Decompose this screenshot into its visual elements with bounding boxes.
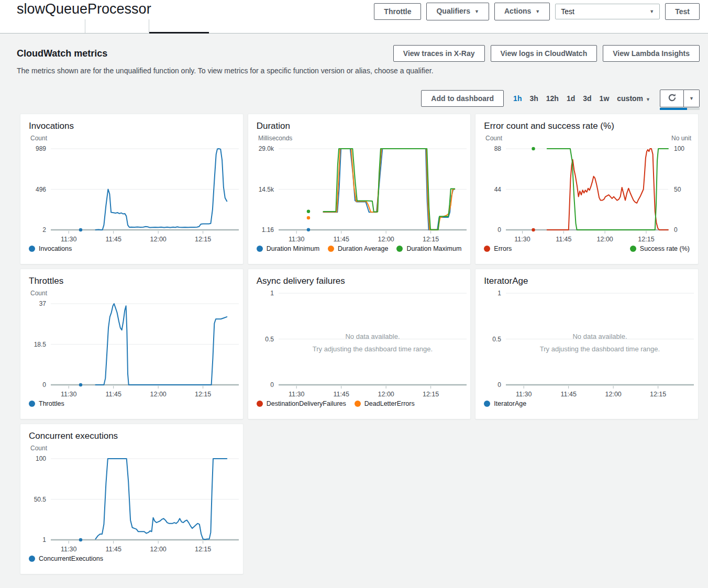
svg-text:100: 100 xyxy=(36,455,46,462)
legend-item-duration-maximum[interactable]: Duration Maximum xyxy=(396,245,461,252)
chart-plot-throttles[interactable]: Count3718.5011:3011:4512:0012:15 xyxy=(20,287,243,400)
view-lambda-insights-button[interactable]: View Lambda Insights xyxy=(603,45,700,62)
svg-text:0: 0 xyxy=(498,381,502,389)
tab-1[interactable] xyxy=(17,19,85,33)
function-header: slowQueueProcessor Throttle Qualifiers▼ … xyxy=(0,0,708,34)
metric-card-iterator-age: IteratorAge10.5011:3011:4512:0012:15No d… xyxy=(475,269,699,419)
test-button[interactable]: Test xyxy=(665,3,700,20)
svg-text:12:00: 12:00 xyxy=(150,391,167,398)
chart-plot-invocations[interactable]: Count989496211:3011:4512:0012:15 xyxy=(20,132,243,245)
caret-down-icon: ▼ xyxy=(689,96,694,101)
view-traces-xray-button[interactable]: View traces in X-Ray xyxy=(393,45,485,62)
legend-item-iteratorage[interactable]: IteratorAge xyxy=(484,400,526,407)
caret-down-icon: ▼ xyxy=(649,9,654,14)
chart-legend-iterator-age: IteratorAge xyxy=(475,400,698,407)
legend-dot-icon xyxy=(257,401,263,407)
metric-card-throttles: ThrottlesCount3718.5011:3011:4512:0012:1… xyxy=(20,269,244,419)
chart-plot-iterator-age[interactable]: 10.5011:3011:4512:0012:15No data availab… xyxy=(475,287,698,400)
legend-label: Invocations xyxy=(39,245,72,252)
caret-down-icon: ▼ xyxy=(646,97,650,102)
svg-text:12:00: 12:00 xyxy=(605,391,622,398)
caret-down-icon: ▼ xyxy=(474,9,479,14)
svg-text:0: 0 xyxy=(498,226,502,234)
refresh-group: ▼ xyxy=(660,90,700,107)
svg-text:0: 0 xyxy=(674,226,678,234)
actions-button[interactable]: Actions▼ xyxy=(494,3,550,20)
svg-text:50.5: 50.5 xyxy=(34,496,47,503)
page-title: slowQueueProcessor xyxy=(17,1,151,17)
chart-title-duration: Duration xyxy=(248,114,471,132)
svg-text:12:00: 12:00 xyxy=(150,236,167,243)
chart-plot-duration[interactable]: Milliseconds29.0k14.5k1.1611:3011:4512:0… xyxy=(248,132,471,245)
svg-text:Count: Count xyxy=(30,135,48,142)
chart-title-iterator-age: IteratorAge xyxy=(475,269,698,287)
legend-dot-icon xyxy=(29,246,35,252)
add-to-dashboard-button[interactable]: Add to dashboard xyxy=(421,90,504,107)
legend-label: Duration Maximum xyxy=(406,245,461,252)
time-range-3d[interactable]: 3d xyxy=(583,94,591,103)
view-logs-cloudwatch-button[interactable]: View logs in CloudWatch xyxy=(491,45,598,62)
svg-text:Count: Count xyxy=(485,135,503,142)
chart-plot-concurrent-executions[interactable]: Count10050.5111:3011:4512:0012:15 xyxy=(20,442,243,554)
svg-text:1: 1 xyxy=(498,290,502,297)
svg-text:0.5: 0.5 xyxy=(493,336,502,343)
refresh-button[interactable] xyxy=(660,90,684,107)
qualifiers-label: Qualifiers xyxy=(436,7,470,15)
svg-text:11:30: 11:30 xyxy=(61,546,76,553)
caret-down-icon: ▼ xyxy=(535,9,540,14)
time-range-3h[interactable]: 3h xyxy=(529,94,538,103)
metrics-section-header: CloudWatch metrics The metrics shown are… xyxy=(0,34,708,75)
metrics-action-buttons: View traces in X-Ray View logs in CloudW… xyxy=(393,45,700,62)
legend-item-duration-minimum[interactable]: Duration Minimum xyxy=(257,245,319,252)
dashboard-controls: Add to dashboard 1h3h12h1d3d1wcustom▼ ▼ xyxy=(0,75,708,114)
refresh-options-button[interactable]: ▼ xyxy=(684,90,700,107)
svg-text:0: 0 xyxy=(270,381,274,389)
legend-dot-icon xyxy=(29,556,35,562)
svg-text:Try adjusting the dashboard ti: Try adjusting the dashboard time range. xyxy=(540,345,660,353)
legend-item-concurrentexecutions[interactable]: ConcurrentExecutions xyxy=(29,555,103,562)
metric-card-errors: Error count and success rate (%)CountNo … xyxy=(475,114,699,264)
chart-legend-async-failures: DestinationDeliveryFailuresDeadLetterErr… xyxy=(248,400,471,407)
legend-dot-icon xyxy=(396,246,403,252)
time-range-custom[interactable]: custom▼ xyxy=(617,94,650,103)
legend-item-success-rate-[interactable]: Success rate (%) xyxy=(630,245,690,252)
svg-text:12:15: 12:15 xyxy=(638,236,655,243)
legend-item-deadlettererrors[interactable]: DeadLetterErrors xyxy=(355,400,415,407)
qualifiers-button[interactable]: Qualifiers▼ xyxy=(426,3,489,20)
svg-text:12:15: 12:15 xyxy=(423,236,439,243)
tab-2[interactable] xyxy=(85,19,149,33)
legend-item-invocations[interactable]: Invocations xyxy=(29,245,72,252)
legend-item-throttles[interactable]: Throttles xyxy=(29,400,64,407)
svg-text:496: 496 xyxy=(36,186,46,193)
time-range-1h[interactable]: 1h xyxy=(513,94,522,103)
metric-card-async-failures: Async delivery failures10.5011:3011:4512… xyxy=(248,269,471,419)
legend-dot-icon xyxy=(328,246,334,252)
time-range-1w[interactable]: 1w xyxy=(600,94,610,103)
throttle-button[interactable]: Throttle xyxy=(374,3,421,20)
legend-item-errors[interactable]: Errors xyxy=(484,245,512,252)
refresh-icon xyxy=(668,93,677,104)
legend-label: Errors xyxy=(494,245,512,252)
svg-text:2: 2 xyxy=(42,226,46,234)
legend-label: ConcurrentExecutions xyxy=(39,555,103,562)
legend-item-duration-average[interactable]: Duration Average xyxy=(328,245,388,252)
svg-text:12:15: 12:15 xyxy=(195,391,211,398)
legend-dot-icon xyxy=(484,401,490,407)
svg-text:0.5: 0.5 xyxy=(265,336,274,343)
legend-label: DeadLetterErrors xyxy=(364,400,415,407)
legend-label: IteratorAge xyxy=(494,400,526,407)
chart-plot-errors[interactable]: CountNo unit8810044500011:3011:4512:0012… xyxy=(475,132,698,245)
svg-text:1: 1 xyxy=(270,290,274,297)
legend-label: DestinationDeliveryFailures xyxy=(267,400,346,407)
metric-card-duration: DurationMilliseconds29.0k14.5k1.1611:301… xyxy=(248,114,471,264)
svg-text:Milliseconds: Milliseconds xyxy=(258,135,292,142)
svg-text:12:15: 12:15 xyxy=(423,391,439,398)
svg-text:1.16: 1.16 xyxy=(261,226,274,234)
legend-item-destinationdeliveryfailures[interactable]: DestinationDeliveryFailures xyxy=(257,400,346,407)
chart-plot-async-failures[interactable]: 10.5011:3011:4512:0012:15No data availab… xyxy=(248,287,471,400)
time-range-1d[interactable]: 1d xyxy=(567,94,575,103)
time-range-12h[interactable]: 12h xyxy=(546,94,559,103)
chart-title-errors: Error count and success rate (%) xyxy=(475,114,698,132)
tab-monitor-active[interactable] xyxy=(149,19,209,33)
test-event-select[interactable]: Test ▼ xyxy=(555,4,660,19)
